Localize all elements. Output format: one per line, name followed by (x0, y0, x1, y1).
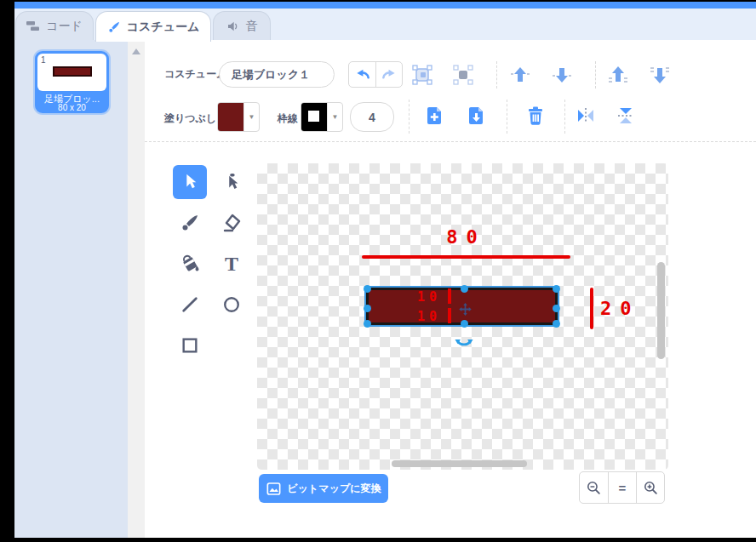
ungroup-icon (453, 65, 473, 85)
delete-button[interactable] (524, 105, 547, 127)
paint-editor: コスチューム (145, 40, 756, 538)
undo-button[interactable] (349, 62, 375, 87)
arrow-down-icon (552, 65, 572, 85)
zoom-in-button[interactable] (636, 472, 664, 503)
tool-fill[interactable] (173, 247, 207, 281)
redo-button[interactable] (375, 62, 402, 87)
canvas-vertical-scrollbar[interactable] (657, 262, 665, 359)
cursor-icon (180, 173, 199, 191)
stroke-width-input[interactable] (350, 102, 394, 132)
tool-select[interactable] (173, 165, 207, 199)
selection-handle-mid-left[interactable] (364, 305, 371, 312)
flip-vertical-icon (616, 106, 636, 126)
fill-color-swatch (218, 103, 243, 131)
tab-sounds-label: 音 (246, 19, 258, 34)
toolbar-divider (564, 100, 565, 134)
flip-vertical-button[interactable] (615, 105, 637, 127)
toolbar-divider (409, 100, 410, 134)
costume-preview-shape (53, 66, 92, 77)
convert-to-bitmap-label: ビットマップに変換 (288, 482, 381, 496)
move-crosshair-icon[interactable] (458, 302, 472, 320)
rectangle-icon (180, 336, 199, 355)
outline-color-label: 枠線 (278, 111, 298, 126)
paste-button[interactable] (465, 105, 487, 127)
costume-size-label: 80 x 20 (35, 103, 109, 112)
zoom-out-icon (586, 480, 602, 496)
undo-redo-group (348, 61, 403, 88)
send-backward-button[interactable] (551, 64, 573, 86)
brush-icon (107, 20, 121, 34)
tool-rectangle[interactable] (173, 328, 207, 362)
chevron-down-icon: ▼ (243, 103, 259, 131)
selection-handle-top-right[interactable] (553, 285, 560, 293)
grid-measure-label-top: 10 (385, 289, 441, 305)
zoom-reset-label: = (619, 481, 627, 495)
selection-handle-top-center[interactable] (461, 285, 468, 293)
convert-to-bitmap-button[interactable]: ビットマップに変換 (259, 474, 388, 503)
line-icon (180, 295, 199, 314)
ungroup-button[interactable] (452, 64, 474, 86)
outline-color-picker[interactable]: ▼ (301, 102, 343, 132)
drawing-canvas[interactable]: 80 10 10 (257, 163, 668, 470)
tool-brush[interactable] (173, 206, 207, 240)
tab-code[interactable]: コード (15, 11, 94, 41)
zoom-reset-button[interactable]: = (608, 472, 636, 503)
canvas-horizontal-scrollbar[interactable] (392, 460, 527, 467)
circle-icon (222, 295, 241, 314)
copy-icon (425, 106, 444, 126)
tool-eraser[interactable] (215, 206, 249, 240)
selection-handle-top-left[interactable] (364, 285, 371, 293)
send-to-back-button[interactable] (649, 64, 671, 86)
scratch-paint-editor-window: コード コスチューム 音 1 足場ブロッ. (0, 0, 756, 542)
top-menu-bar (14, 2, 756, 9)
panel-divider (128, 40, 145, 538)
group-button[interactable] (411, 64, 433, 86)
selection-handle-mid-right[interactable] (553, 305, 560, 312)
brush-icon (180, 213, 200, 233)
blocks-icon (26, 20, 40, 32)
costume-name-input[interactable] (219, 61, 335, 88)
redo-icon (381, 66, 398, 83)
undo-icon (354, 66, 371, 83)
arrow-down-lines-icon (650, 65, 670, 85)
fill-color-picker[interactable]: ▼ (217, 102, 260, 132)
fill-color-label: 塗りつぶし (164, 111, 216, 126)
costume-list-panel: 1 足場ブロッ... 80 x 20 (14, 40, 128, 538)
tool-line[interactable] (173, 288, 207, 322)
toolbar-separator (145, 141, 756, 142)
tab-bar: コード コスチューム 音 (14, 9, 756, 40)
copy-button[interactable] (423, 105, 445, 127)
width-measure-line (362, 255, 570, 259)
selection-handle-bottom-right[interactable] (553, 320, 560, 328)
zoom-in-icon (643, 480, 659, 496)
selection-handle-bottom-center[interactable] (461, 320, 468, 328)
bring-to-front-button[interactable] (607, 64, 629, 86)
arrow-up-lines-icon (608, 65, 628, 85)
text-tool-icon: T (225, 254, 238, 274)
trash-icon (526, 106, 545, 126)
flip-horizontal-button[interactable] (575, 105, 597, 127)
zoom-out-button[interactable] (580, 472, 608, 503)
selection-handle-bottom-left[interactable] (364, 320, 371, 328)
rotation-handle[interactable] (455, 339, 473, 355)
app-area: コード コスチューム 音 1 足場ブロッ. (14, 9, 756, 538)
costume-field-label: コスチューム (164, 67, 226, 82)
scroll-up-arrow-icon[interactable] (132, 48, 140, 54)
height-measure-line (590, 288, 593, 329)
tool-circle[interactable] (215, 288, 249, 322)
grid-tick-top (448, 288, 451, 304)
image-icon (266, 482, 281, 495)
costume-item-selected[interactable]: 1 足場ブロッ... 80 x 20 (35, 51, 109, 113)
toolbar-divider (496, 61, 497, 88)
group-icon (412, 65, 432, 85)
height-measure-label: 20 (600, 298, 640, 319)
tool-text[interactable]: T (215, 247, 249, 281)
tab-sounds[interactable]: 音 (213, 11, 271, 41)
bring-forward-button[interactable] (509, 64, 531, 86)
zoom-controls: = (579, 471, 665, 504)
tab-costumes[interactable]: コスチューム (95, 11, 211, 42)
width-measure-label: 80 (362, 226, 570, 248)
tool-reshape[interactable] (215, 165, 249, 199)
tab-code-label: コード (46, 19, 83, 34)
paint-bucket-icon (180, 254, 200, 274)
